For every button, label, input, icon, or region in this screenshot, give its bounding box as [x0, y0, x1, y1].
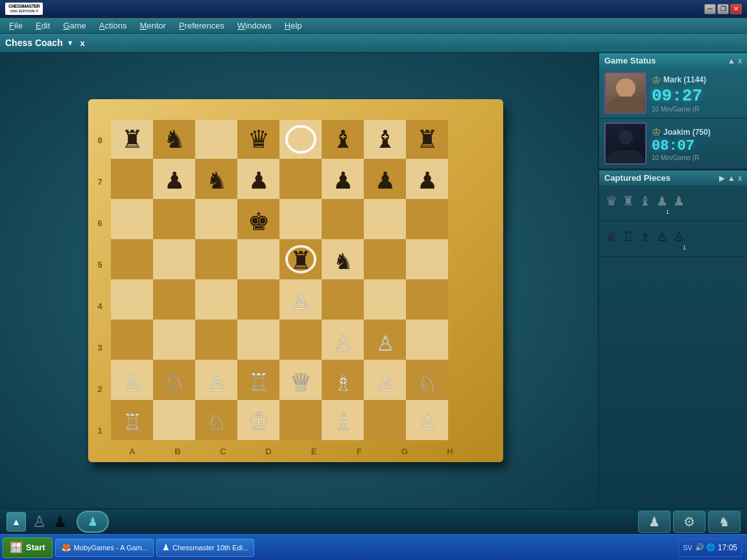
piece-h1-pawn[interactable]: ♙: [418, 410, 437, 434]
sq-d4[interactable]: [237, 279, 279, 320]
sq-f4[interactable]: [322, 279, 364, 320]
piece-f7-pawn[interactable]: ♟: [333, 167, 353, 194]
piece-d2-rook[interactable]: ♖: [248, 369, 270, 396]
piece-h2-knight[interactable]: ♘: [418, 371, 437, 395]
sq-c6[interactable]: [195, 199, 237, 239]
piece-b7-pawn[interactable]: ♟: [164, 167, 185, 194]
sq-h6[interactable]: [406, 199, 448, 239]
piece-d7-pawn[interactable]: ♟: [248, 167, 269, 194]
piece-a1-rook[interactable]: ♖: [123, 410, 142, 434]
piece-e5-rook[interactable]: ♜: [290, 247, 312, 274]
menu-actions[interactable]: Actions: [93, 18, 134, 33]
coach-button[interactable]: ♟: [77, 511, 109, 533]
captured-collapse[interactable]: ▲: [728, 174, 735, 183]
player1-info: ♔ Mark (1144) 09:27 10 Min/Game (R: [652, 74, 742, 113]
sq-e3[interactable]: [279, 320, 322, 360]
menu-mentor[interactable]: Mentor: [133, 18, 172, 33]
piece-d6-king[interactable]: ♚: [248, 208, 270, 235]
piece-c1-knight[interactable]: ♘: [207, 410, 226, 434]
sq-g4[interactable]: [364, 279, 406, 320]
menu-preferences[interactable]: Preferences: [172, 18, 231, 33]
piece-g8-bishop[interactable]: ♝: [374, 126, 396, 153]
start-button[interactable]: 🪟 Start: [3, 537, 53, 558]
piece-a2-pawn[interactable]: ♙: [123, 371, 142, 395]
sq-c8[interactable]: [195, 120, 237, 159]
piece-f1-bishop[interactable]: ♗: [333, 410, 353, 434]
windows-logo-icon: 🪟: [10, 541, 23, 554]
sq-d3[interactable]: [237, 320, 279, 360]
player2-info: ♔ Joakim (750) 08:07 10 Min/Game (R: [652, 126, 742, 161]
sq-c5[interactable]: [195, 239, 237, 279]
sq-a7[interactable]: [111, 159, 153, 199]
sq-f6[interactable]: [322, 199, 364, 239]
piece-f2-bishop[interactable]: ♗: [333, 371, 353, 395]
taskbar-item-chessmaster[interactable]: ♟ Chessmaster 10th Edi...: [156, 539, 254, 557]
board-container: 8 7 6 5 4 3 2 1 A B C D E F: [0, 53, 598, 508]
piece-h8-rook[interactable]: ♜: [416, 126, 438, 153]
settings-button[interactable]: ⚙: [673, 511, 706, 533]
sq-h5[interactable]: [406, 239, 448, 279]
menu-game[interactable]: Game: [56, 18, 92, 33]
sq-d5[interactable]: [237, 239, 279, 279]
sq-g1[interactable]: [364, 400, 406, 440]
game-area: 8 7 6 5 4 3 2 1 A B C D E F: [0, 53, 747, 508]
piece-b8-knight[interactable]: ♞: [163, 126, 185, 153]
sq-g6[interactable]: [364, 199, 406, 239]
sq-h4[interactable]: [406, 279, 448, 320]
piece-h7-pawn[interactable]: ♟: [417, 167, 438, 194]
captured-expand[interactable]: ▶: [719, 174, 725, 183]
file-a: A: [129, 447, 136, 456]
piece-d8-queen[interactable]: ♛: [248, 126, 270, 153]
game-status-collapse[interactable]: ▲: [728, 56, 735, 65]
minimize-button[interactable]: ─: [704, 4, 716, 14]
nav-up-button[interactable]: ▲: [6, 512, 26, 531]
piece-g7-pawn[interactable]: ♟: [375, 167, 396, 194]
coach-icon: ♟: [88, 515, 98, 529]
piece-e4-pawn[interactable]: ♙: [291, 289, 311, 314]
sq-a4[interactable]: [111, 279, 153, 320]
sq-b5[interactable]: [153, 239, 195, 279]
sq-e6[interactable]: [279, 199, 322, 239]
piece-c2-pawn[interactable]: ♙: [207, 371, 226, 395]
piece-c7-knight[interactable]: ♞: [206, 167, 227, 194]
piece-f3-piece[interactable]: ♙: [333, 331, 353, 355]
menu-edit[interactable]: Edit: [29, 18, 56, 33]
menu-help[interactable]: Help: [278, 18, 309, 33]
knight-button[interactable]: ♞: [708, 511, 741, 533]
piece-a8-rook[interactable]: ♜: [121, 126, 143, 153]
piece-e2-queen[interactable]: ♕: [290, 369, 312, 396]
close-button[interactable]: ✕: [730, 4, 742, 14]
piece-f5-knight[interactable]: ♞: [333, 249, 353, 274]
sq-b1[interactable]: [153, 400, 195, 440]
sq-b4[interactable]: [153, 279, 195, 320]
restore-button[interactable]: ❐: [717, 4, 729, 14]
menu-file[interactable]: File: [3, 18, 29, 33]
rank-3: 3: [97, 343, 102, 353]
sq-c4[interactable]: [195, 279, 237, 320]
menu-windows[interactable]: Windows: [231, 18, 278, 33]
sq-a6[interactable]: [111, 199, 153, 239]
sq-e7[interactable]: [279, 159, 322, 199]
sq-b6[interactable]: [153, 199, 195, 239]
sq-e1[interactable]: [279, 400, 322, 440]
taskbar-item-mobygames[interactable]: 🦊 MobyGames - A Gam...: [55, 539, 154, 557]
captured-black-pawn1: ♙: [656, 229, 668, 244]
sq-h3[interactable]: [406, 320, 448, 360]
right-panel: Game Status ▲ x ♔: [598, 53, 747, 508]
sq-a3[interactable]: [111, 320, 153, 360]
game-status-close[interactable]: x: [738, 56, 742, 65]
piece-d1-king[interactable]: ♔: [248, 408, 270, 435]
captured-white-pawn2: ♟: [673, 193, 685, 209]
piece-g3-piece[interactable]: ♙: [376, 332, 395, 355]
piece-f8-bishop[interactable]: ♝: [332, 126, 354, 153]
coach-close-button[interactable]: x: [78, 38, 88, 48]
sq-g5[interactable]: [364, 239, 406, 279]
sq-b3[interactable]: [153, 320, 195, 360]
piece-b2-knight[interactable]: ♘: [163, 369, 185, 396]
coach-dropdown-button[interactable]: ▼: [67, 39, 74, 47]
sq-a5[interactable]: [111, 239, 153, 279]
sq-c3[interactable]: [195, 320, 237, 360]
captured-close[interactable]: x: [738, 174, 742, 183]
piece-g2-pawn[interactable]: ♙: [375, 371, 395, 395]
pawn-button[interactable]: ♟: [638, 511, 670, 533]
